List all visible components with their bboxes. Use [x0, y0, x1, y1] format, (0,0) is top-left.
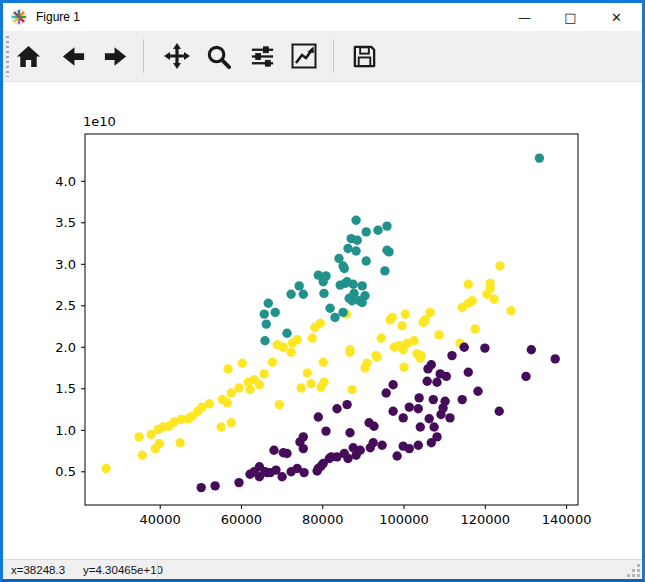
- data-point-cluster-yellow: [217, 422, 226, 431]
- data-point-cluster-purple: [266, 468, 275, 477]
- data-point-cluster-yellow: [297, 383, 306, 392]
- toolbar-grip[interactable]: [6, 36, 9, 77]
- sliders-icon: [249, 43, 276, 70]
- data-point-cluster-purple: [332, 404, 341, 413]
- data-point-cluster-purple: [416, 422, 425, 431]
- data-point-cluster-teal: [373, 226, 382, 235]
- y-tick-label: 4.0: [55, 174, 76, 189]
- data-point-cluster-teal: [264, 299, 273, 308]
- back-arrow-icon: [60, 43, 87, 70]
- zoom-button[interactable]: [201, 36, 235, 76]
- data-point-cluster-teal: [380, 266, 389, 275]
- data-point-cluster-teal: [353, 236, 362, 245]
- data-point-cluster-purple: [366, 443, 375, 452]
- save-floppy-icon: [351, 43, 378, 70]
- maximize-button[interactable]: □: [548, 3, 593, 31]
- data-point-cluster-yellow: [486, 284, 495, 293]
- data-point-cluster-purple: [427, 438, 436, 447]
- resize-grip-icon[interactable]: [627, 564, 640, 577]
- data-point-cluster-yellow: [205, 399, 214, 408]
- data-point-cluster-teal: [362, 227, 371, 236]
- edit-parameters-button[interactable]: [287, 36, 321, 76]
- data-point-cluster-purple: [414, 404, 423, 413]
- home-icon: [15, 43, 42, 70]
- x-tick-label: 120000: [461, 512, 511, 527]
- matplotlib-logo-icon: [11, 9, 27, 25]
- data-point-cluster-yellow: [155, 439, 164, 448]
- data-point-cluster-purple: [345, 428, 354, 437]
- data-point-cluster-purple: [423, 364, 432, 373]
- data-point-cluster-teal: [351, 216, 360, 225]
- data-point-cluster-yellow: [227, 388, 236, 397]
- data-point-cluster-yellow: [410, 336, 419, 345]
- data-point-cluster-purple: [432, 378, 441, 387]
- data-point-cluster-purple: [460, 343, 469, 352]
- data-point-cluster-yellow: [275, 400, 284, 409]
- data-point-cluster-teal: [286, 290, 295, 299]
- data-point-cluster-yellow: [245, 385, 254, 394]
- pan-icon: [163, 42, 191, 70]
- data-point-cluster-purple: [429, 422, 438, 431]
- save-button[interactable]: [347, 36, 381, 76]
- data-point-cluster-teal: [347, 296, 356, 305]
- data-point-cluster-purple: [473, 387, 482, 396]
- toolbar-separator: [143, 39, 144, 73]
- close-button[interactable]: ✕: [594, 3, 639, 31]
- data-point-cluster-yellow: [347, 385, 356, 394]
- back-button[interactable]: [56, 36, 90, 76]
- data-point-cluster-purple: [414, 441, 423, 450]
- data-point-cluster-purple: [312, 466, 321, 475]
- axis-offset-text: 1e10: [83, 114, 116, 129]
- y-tick-label: 1.5: [55, 381, 76, 396]
- home-button[interactable]: [11, 36, 45, 76]
- data-point-cluster-teal: [299, 290, 308, 299]
- y-tick-label: 2.5: [55, 298, 76, 313]
- configure-subplots-button[interactable]: [245, 36, 279, 76]
- data-point-cluster-yellow: [397, 321, 406, 330]
- statusbar-separator: [157, 562, 158, 577]
- zoom-magnifier-icon: [205, 43, 232, 70]
- data-point-cluster-teal: [260, 336, 269, 345]
- data-point-cluster-yellow: [175, 438, 184, 447]
- data-point-cluster-teal: [384, 247, 393, 256]
- data-point-cluster-teal: [362, 256, 371, 265]
- data-point-cluster-yellow: [238, 358, 247, 367]
- data-point-cluster-purple: [392, 451, 401, 460]
- data-point-cluster-teal: [271, 308, 280, 317]
- data-point-cluster-yellow: [490, 295, 499, 304]
- data-point-cluster-purple: [405, 444, 414, 453]
- data-point-cluster-yellow: [390, 343, 399, 352]
- data-point-cluster-yellow: [279, 343, 288, 352]
- data-point-cluster-teal: [319, 289, 328, 298]
- data-point-cluster-purple: [436, 410, 445, 419]
- data-point-cluster-yellow: [419, 318, 428, 327]
- data-point-cluster-yellow: [464, 280, 473, 289]
- data-point-cluster-yellow: [227, 418, 236, 427]
- data-point-cluster-yellow: [306, 379, 315, 388]
- data-point-cluster-purple: [245, 470, 254, 479]
- forward-button[interactable]: [98, 36, 132, 76]
- y-tick-label: 2.0: [55, 340, 76, 355]
- data-point-cluster-purple: [551, 354, 560, 363]
- data-point-cluster-yellow: [308, 334, 317, 343]
- data-point-cluster-purple: [277, 472, 286, 481]
- plot-svg[interactable]: 4000060000800001000001200001400000.51.01…: [45, 110, 600, 535]
- minimize-button[interactable]: —: [502, 3, 547, 31]
- data-point-cluster-teal: [262, 319, 271, 328]
- x-tick-label: 40000: [140, 512, 181, 527]
- data-point-cluster-yellow: [360, 363, 369, 372]
- data-point-cluster-purple: [464, 368, 473, 377]
- data-point-cluster-purple: [388, 380, 397, 389]
- y-tick-label: 3.0: [55, 257, 76, 272]
- pan-button[interactable]: [160, 36, 194, 76]
- figure-canvas[interactable]: 4000060000800001000001200001400000.51.01…: [3, 82, 642, 559]
- data-point-cluster-yellow: [319, 358, 328, 367]
- data-point-cluster-yellow: [388, 313, 397, 322]
- data-point-cluster-yellow: [223, 398, 232, 407]
- data-point-cluster-teal: [260, 309, 269, 318]
- data-point-cluster-purple: [521, 372, 530, 381]
- cursor-x-readout: x=38248.3: [11, 564, 65, 576]
- data-point-cluster-purple: [423, 377, 432, 386]
- data-point-cluster-purple: [314, 412, 323, 421]
- data-point-cluster-purple: [458, 395, 467, 404]
